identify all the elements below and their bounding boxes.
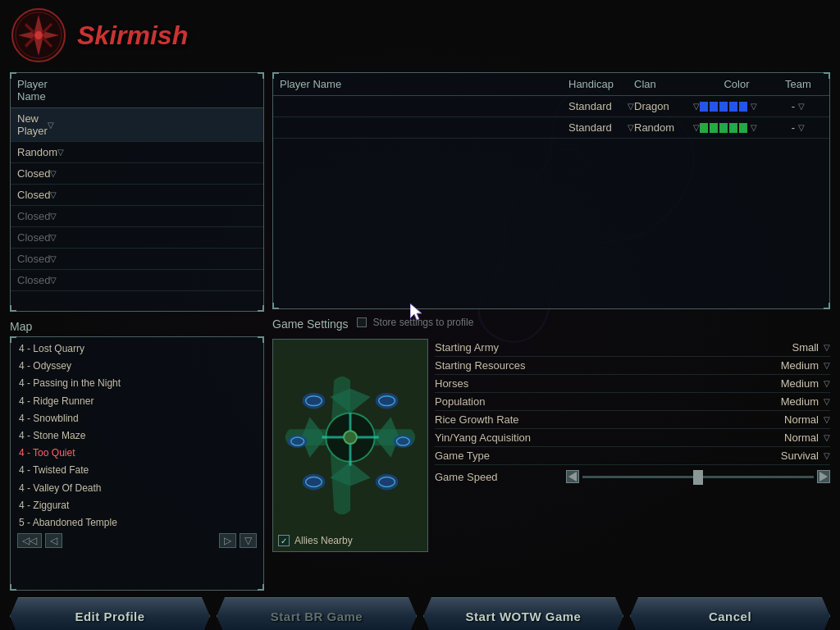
dropdown-arrow-icon[interactable]: ▽ [50, 212, 57, 221]
allies-nearby-checkbox[interactable]: ✓ [278, 535, 290, 546]
setting-population[interactable]: Population Medium ▽ [435, 393, 830, 411]
setting-yin-yang[interactable]: Yin/Yang Acquisition Normal ▽ [435, 429, 830, 447]
store-settings-checkbox[interactable] [357, 317, 367, 327]
clan-value: Dragon [634, 100, 669, 112]
map-item[interactable]: 4 - Ridge Runner [17, 393, 257, 410]
player-row[interactable]: Closed ▽ [11, 163, 263, 185]
col-header-color: Color [700, 78, 774, 90]
right-player-row[interactable]: Standard ▽ Random ▽ [273, 117, 829, 139]
col-header-player: Player Name [280, 78, 568, 90]
speed-slider-track[interactable] [582, 476, 814, 478]
setting-name-label: Horses [435, 377, 566, 390]
dropdown-arrow-icon[interactable]: ▽ [50, 190, 57, 199]
clan-dropdown-icon[interactable]: ▽ [693, 123, 700, 132]
setting-name-label: Starting Resources [435, 359, 566, 372]
setting-dropdown-icon[interactable]: ▽ [824, 415, 830, 424]
game-logo [10, 7, 67, 64]
setting-game-speed[interactable]: Game Speed [435, 465, 830, 488]
setting-starting-army[interactable]: Starting Army Small ▽ [435, 339, 830, 357]
color-picker[interactable] [700, 123, 747, 133]
team-dropdown-icon[interactable]: ▽ [798, 123, 805, 132]
color-picker[interactable] [700, 102, 747, 112]
col-header-clan: Clan [634, 78, 700, 90]
cancel-button[interactable]: Cancel [630, 597, 830, 630]
clan-value: Random [634, 121, 674, 134]
player-row[interactable]: Closed ▽ [11, 227, 263, 249]
setting-horses[interactable]: Horses Medium ▽ [435, 375, 830, 393]
player-name-label: Random [17, 146, 57, 158]
setting-dropdown-icon[interactable]: ▽ [824, 343, 830, 352]
allies-nearby-label: Allies Nearby [294, 535, 353, 546]
scroll-down-btn[interactable]: ▷ [219, 533, 236, 548]
player-row[interactable]: Closed ▽ [11, 249, 263, 270]
setting-value-display: Normal [784, 431, 819, 444]
player-row[interactable]: Random ▽ [11, 142, 263, 163]
start-wotw-button[interactable]: Start WOTW Game [423, 597, 623, 630]
map-item[interactable]: 4 - Stone Maze [17, 427, 257, 445]
color-dropdown-icon[interactable]: ▽ [751, 102, 757, 111]
col-header-handicap: Handicap [568, 78, 634, 90]
setting-dropdown-icon[interactable]: ▽ [824, 397, 830, 406]
setting-dropdown-icon[interactable]: ▽ [824, 433, 830, 442]
map-preview: ✓ Allies Nearby [272, 339, 428, 552]
map-item[interactable]: 4 - Snowblind [17, 410, 257, 427]
page-title: Skirmish [77, 21, 188, 51]
start-br-button[interactable]: Start BR Game [217, 597, 417, 630]
player-name-label: New Player [17, 112, 48, 137]
team-dropdown-icon[interactable]: ▽ [798, 102, 805, 111]
map-item[interactable]: 4 - Odyssey [17, 358, 257, 375]
map-item[interactable]: 5 - Abandoned Temple [17, 514, 257, 530]
edit-profile-button[interactable]: Edit Profile [10, 597, 210, 630]
setting-name-label: Starting Army [435, 341, 566, 354]
setting-dropdown-icon[interactable]: ▽ [824, 451, 830, 460]
dropdown-arrow-icon[interactable]: ▽ [48, 121, 54, 130]
map-item[interactable]: 4 - Ziggurat [17, 497, 257, 514]
scroll-up-btn[interactable]: ◁ [45, 533, 62, 548]
col-header-player-name: Player Name [17, 78, 48, 103]
map-item[interactable]: 4 - Passing in the Night [17, 375, 257, 392]
player-row[interactable]: Closed ▽ [11, 206, 263, 227]
setting-starting-resources[interactable]: Starting Resources Medium ▽ [435, 357, 830, 375]
scroll-left-btn[interactable]: ◁◁ [17, 533, 42, 548]
svg-point-20 [344, 431, 357, 444]
clan-dropdown-icon[interactable]: ▽ [693, 102, 700, 111]
dropdown-arrow-icon[interactable]: ▽ [57, 148, 64, 157]
map-item[interactable]: 4 - Valley Of Death [17, 480, 257, 497]
handicap-dropdown-icon[interactable]: ▽ [628, 102, 634, 111]
handicap-value: Standard [568, 121, 612, 134]
team-value: - [792, 121, 795, 134]
dropdown-arrow-icon[interactable]: ▽ [50, 169, 57, 178]
player-row[interactable]: Closed ▽ [11, 270, 263, 291]
map-item[interactable]: 4 - Twisted Fate [17, 462, 257, 479]
allies-nearby-row[interactable]: ✓ Allies Nearby [278, 535, 353, 546]
handicap-dropdown-icon[interactable]: ▽ [628, 123, 634, 132]
map-item-selected[interactable]: 4 - Too Quiet [17, 445, 257, 462]
handicap-value: Standard [568, 100, 612, 112]
dropdown-arrow-icon[interactable]: ▽ [50, 276, 57, 285]
player-name-label: Closed [17, 189, 50, 201]
player-name-label: Closed [17, 231, 50, 244]
player-row[interactable]: Closed ▽ [11, 185, 263, 206]
right-player-row[interactable]: Standard ▽ Dragon ▽ [273, 96, 829, 117]
player-row[interactable]: New Player ▽ [11, 108, 263, 142]
speed-slider-thumb[interactable] [693, 470, 703, 485]
game-speed-label: Game Speed [435, 471, 566, 483]
setting-value-display: Normal [784, 413, 819, 426]
speed-slider-right-end [817, 470, 830, 483]
setting-value-display: Survival [781, 450, 819, 462]
setting-name-label: Rice Growth Rate [435, 413, 566, 426]
setting-game-type[interactable]: Game Type Survival ▽ [435, 447, 830, 465]
game-settings-label: Game Settings [272, 316, 349, 334]
scroll-right-btn[interactable]: ▽ [240, 533, 257, 548]
setting-value-display: Medium [781, 359, 819, 372]
color-dropdown-icon[interactable]: ▽ [751, 123, 757, 132]
dropdown-arrow-icon[interactable]: ▽ [50, 254, 57, 263]
setting-dropdown-icon[interactable]: ▽ [824, 361, 830, 370]
map-item[interactable]: 4 - Lost Quarry [17, 340, 257, 358]
svg-marker-22 [819, 472, 828, 482]
setting-rice-growth[interactable]: Rice Growth Rate Normal ▽ [435, 411, 830, 429]
player-name-label: Closed [17, 253, 50, 265]
setting-name-label: Population [435, 395, 566, 408]
setting-dropdown-icon[interactable]: ▽ [824, 379, 830, 388]
dropdown-arrow-icon[interactable]: ▽ [50, 233, 57, 242]
